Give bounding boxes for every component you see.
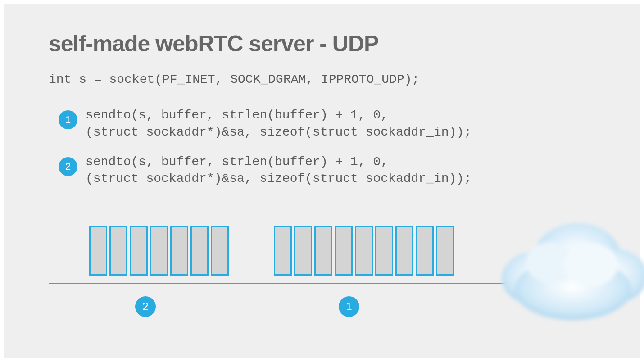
packet <box>395 226 413 276</box>
timeline-arrow-line <box>49 283 519 284</box>
packet <box>211 226 229 276</box>
packet <box>355 226 373 276</box>
timeline-arrow-head <box>518 278 528 288</box>
timeline-badge-left: 2 <box>135 296 156 317</box>
packet <box>416 226 434 276</box>
packet <box>150 226 168 276</box>
packet <box>190 226 209 276</box>
code-block-2: 2 sendto(s, buffer, strlen(buffer) + 1, … <box>59 154 595 188</box>
packet <box>375 226 393 276</box>
code-text-2: sendto(s, buffer, strlen(buffer) + 1, 0,… <box>86 154 472 188</box>
bullet-badge-1: 1 <box>59 110 77 129</box>
code-text-1: sendto(s, buffer, strlen(buffer) + 1, 0,… <box>86 107 472 141</box>
packet <box>294 226 312 276</box>
bullet-badge-2: 2 <box>59 157 77 176</box>
slide-title: self-made webRTC server - UDP <box>49 31 595 57</box>
packet <box>130 226 148 276</box>
packet-group-right <box>274 226 454 276</box>
packet <box>314 226 332 276</box>
packet <box>274 226 292 276</box>
packet <box>89 226 107 276</box>
socket-code-line: int s = socket(PF_INET, SOCK_DGRAM, IPPR… <box>49 72 595 86</box>
packet-diagram: 2 1 <box>49 224 595 341</box>
packet <box>335 226 353 276</box>
packet <box>109 226 127 276</box>
code-block-1: 1 sendto(s, buffer, strlen(buffer) + 1, … <box>59 107 595 141</box>
slide-container: self-made webRTC server - UDP int s = so… <box>4 4 640 358</box>
packet <box>436 226 454 276</box>
timeline-badge-right: 1 <box>339 296 359 317</box>
packet <box>170 226 188 276</box>
packet-group-left <box>89 226 229 276</box>
